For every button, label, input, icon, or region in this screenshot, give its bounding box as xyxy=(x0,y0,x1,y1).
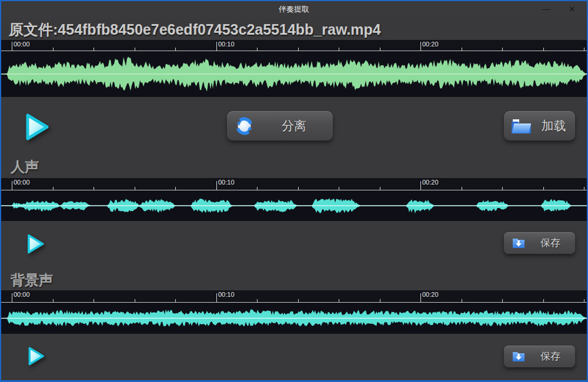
minor-tick xyxy=(175,187,176,190)
timeline-label: 00:10 xyxy=(218,179,235,186)
window-title: 伴奏提取 xyxy=(1,1,587,17)
vocals-timeline-ruler: 00:00 00:10 00:20 xyxy=(1,178,587,190)
play-background-button[interactable] xyxy=(24,344,47,368)
timeline-label: 00:10 xyxy=(218,291,235,299)
minor-tick xyxy=(584,187,584,190)
minimize-icon: — xyxy=(542,4,550,14)
load-button[interactable]: 加载 xyxy=(504,111,575,140)
minor-tick xyxy=(462,48,462,51)
minor-tick xyxy=(93,187,94,190)
timeline-label: 00:20 xyxy=(422,291,439,299)
folder-open-icon xyxy=(510,117,532,135)
original-timeline-ruler: 00:00 00:10 00:20 xyxy=(1,40,587,51)
minor-tick xyxy=(175,299,176,302)
minor-tick xyxy=(502,187,503,190)
minor-tick xyxy=(135,187,135,190)
timeline-label: 00:10 xyxy=(218,41,235,48)
minor-tick xyxy=(380,299,380,302)
minor-tick xyxy=(257,48,258,51)
background-controls-row: 保存 xyxy=(1,334,587,381)
section-label-background: 背景声 xyxy=(1,274,587,290)
timeline-label: 00:00 xyxy=(14,179,30,186)
major-tick xyxy=(12,181,12,190)
major-tick xyxy=(420,42,421,51)
minor-tick xyxy=(339,187,339,190)
minor-tick xyxy=(380,187,380,190)
major-tick xyxy=(420,181,421,190)
minor-tick xyxy=(339,299,339,302)
minor-tick xyxy=(462,299,462,302)
separate-button[interactable]: 分离 xyxy=(227,111,333,140)
timeline-label: 00:00 xyxy=(14,291,30,299)
play-original-button[interactable] xyxy=(19,110,53,144)
play-icon xyxy=(22,249,47,258)
play-icon xyxy=(24,361,47,370)
minor-tick xyxy=(257,299,258,302)
minor-tick xyxy=(53,48,54,51)
vocals-label-text: 人声 xyxy=(11,158,39,176)
minor-tick xyxy=(584,299,584,302)
major-tick xyxy=(12,42,12,51)
minor-tick xyxy=(53,187,54,190)
timeline-label: 00:00 xyxy=(14,41,30,48)
minor-tick xyxy=(257,187,258,190)
major-tick xyxy=(420,293,421,302)
major-tick xyxy=(216,42,217,51)
minor-tick xyxy=(543,187,544,190)
minor-tick xyxy=(298,299,299,302)
title-bar[interactable]: 伴奏提取 — × xyxy=(1,1,587,18)
minor-tick xyxy=(502,299,503,302)
minor-tick xyxy=(462,187,462,190)
major-tick xyxy=(12,293,12,302)
minor-tick xyxy=(53,299,54,302)
save-background-button[interactable]: 保存 xyxy=(504,346,575,367)
minor-tick xyxy=(543,48,544,51)
minor-tick xyxy=(93,299,94,302)
original-controls-row: 分离 加载 xyxy=(1,97,587,157)
timeline-label: 00:20 xyxy=(422,41,439,48)
load-button-label: 加载 xyxy=(532,118,575,134)
minor-tick xyxy=(502,48,503,51)
minor-tick xyxy=(93,48,94,51)
minor-tick xyxy=(298,48,299,51)
close-icon: × xyxy=(569,4,575,15)
minimize-button[interactable]: — xyxy=(536,1,556,17)
save-button-label: 保存 xyxy=(526,236,575,250)
vocals-waveform[interactable] xyxy=(1,190,587,221)
play-icon xyxy=(19,137,53,146)
sync-icon xyxy=(233,115,255,137)
minor-tick xyxy=(543,299,544,302)
major-tick xyxy=(216,181,217,190)
window: { "window": { "title": "伴奏提取", "minimize… xyxy=(0,0,588,382)
vocals-controls-row: 保存 xyxy=(1,221,587,274)
minor-tick xyxy=(135,48,135,51)
minor-tick xyxy=(584,48,584,51)
major-tick xyxy=(216,293,217,302)
save-button-label: 保存 xyxy=(526,350,575,363)
minor-tick xyxy=(135,299,135,302)
source-file-title: 原文件:454fbfb8450e7e6edf07453c2a5514bb_raw… xyxy=(1,18,587,40)
folder-download-icon xyxy=(512,350,526,364)
background-waveform[interactable] xyxy=(1,303,587,334)
separate-button-label: 分离 xyxy=(255,118,333,134)
timeline-label: 00:20 xyxy=(422,179,439,186)
minor-tick xyxy=(339,48,339,51)
close-button[interactable]: × xyxy=(562,1,582,17)
original-waveform[interactable] xyxy=(1,51,587,97)
section-label-vocals: 人声 xyxy=(1,157,587,178)
play-vocals-button[interactable] xyxy=(22,232,47,256)
minor-tick xyxy=(298,187,299,190)
minor-tick xyxy=(380,48,380,51)
save-vocals-button[interactable]: 保存 xyxy=(504,232,575,254)
background-timeline-ruler: 00:00 00:10 00:20 xyxy=(1,290,587,303)
folder-download-icon xyxy=(512,236,526,250)
minor-tick xyxy=(175,48,176,51)
